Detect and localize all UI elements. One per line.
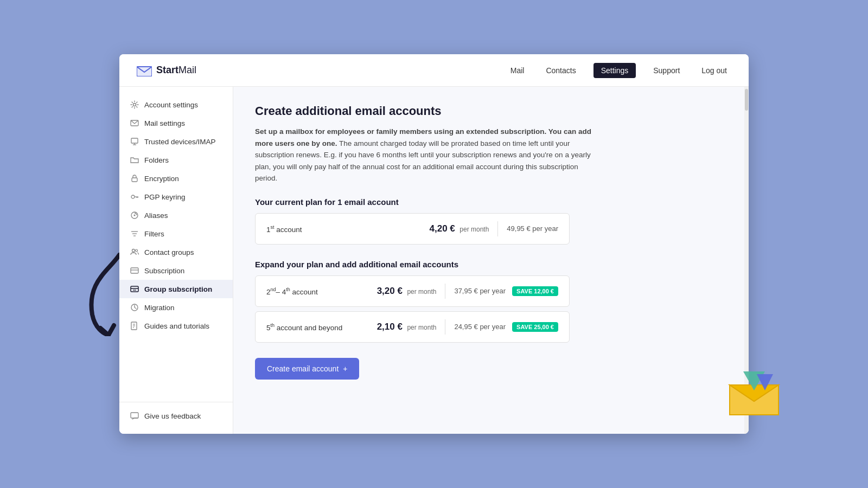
nav-logout[interactable]: Log out bbox=[697, 64, 731, 77]
tier-1-price: 3,20 € per month bbox=[377, 286, 437, 297]
tier-2-divider bbox=[445, 319, 445, 335]
feedback-icon bbox=[130, 412, 139, 420]
sidebar-item-encryption[interactable]: Encryption bbox=[119, 169, 233, 188]
sidebar-item-filters[interactable]: Filters bbox=[119, 224, 233, 243]
sidebar-item-pgp[interactable]: PGP keyring bbox=[119, 188, 233, 206]
sidebar-item-folders[interactable]: Folders bbox=[119, 151, 233, 169]
svg-rect-7 bbox=[132, 178, 137, 182]
svg-point-8 bbox=[131, 195, 135, 198]
gear-icon bbox=[130, 100, 139, 109]
tier-1-card: 2nd– 4th account 3,20 € per month 37,95 … bbox=[255, 275, 570, 307]
tier-2-year: 24,95 € per year bbox=[454, 323, 506, 331]
page-description: Set up a mailbox for employees or family… bbox=[255, 126, 591, 184]
tier-1-year: 37,95 € per year bbox=[454, 287, 506, 295]
sidebar-item-account-settings[interactable]: Account settings bbox=[119, 95, 233, 114]
sidebar-item-subscription[interactable]: Subscription bbox=[119, 261, 233, 280]
logo-icon bbox=[137, 65, 152, 76]
tier-1-label: 2nd– 4th account bbox=[266, 287, 377, 296]
nav-support[interactable]: Support bbox=[649, 64, 684, 77]
nav-links: Mail Contacts Settings Support Log out bbox=[506, 63, 731, 78]
sidebar-bottom: Give us feedback bbox=[119, 402, 233, 425]
svg-rect-4 bbox=[131, 138, 138, 143]
subscription-icon bbox=[130, 266, 139, 275]
sidebar-item-group-subscription[interactable]: Group subscription bbox=[119, 280, 233, 298]
current-plan-title: Your current plan for 1 email account bbox=[255, 197, 723, 207]
sidebar: Account settings Mail settings Trusted d… bbox=[119, 87, 233, 434]
current-plan-year: 49,95 € per year bbox=[507, 224, 558, 233]
logo-text: StartMail bbox=[156, 65, 196, 76]
sidebar-item-mail-settings[interactable]: Mail settings bbox=[119, 114, 233, 132]
sidebar-item-guides[interactable]: Guides and tutorials bbox=[119, 317, 233, 335]
svg-rect-19 bbox=[131, 268, 138, 273]
tier-1-divider bbox=[445, 284, 445, 299]
sidebar-item-feedback[interactable]: Give us feedback bbox=[119, 407, 233, 425]
current-plan-card: 1st account 4,20 € per month 49,95 € per… bbox=[255, 213, 570, 245]
logo: StartMail bbox=[137, 65, 506, 76]
contact-groups-icon bbox=[130, 248, 139, 256]
current-plan-label: 1st account bbox=[266, 224, 430, 234]
svg-point-13 bbox=[134, 215, 136, 216]
main-content: Create additional email accounts Set up … bbox=[233, 87, 744, 434]
main-layout: Account settings Mail settings Trusted d… bbox=[119, 87, 749, 434]
book-icon bbox=[130, 322, 139, 330]
sidebar-item-migration[interactable]: Migration bbox=[119, 298, 233, 317]
group-sub-icon bbox=[130, 285, 139, 293]
svg-point-17 bbox=[132, 249, 135, 252]
nav-contacts[interactable]: Contacts bbox=[541, 64, 580, 77]
sidebar-item-aliases[interactable]: Aliases bbox=[119, 206, 233, 224]
lock-icon bbox=[130, 174, 139, 183]
svg-point-18 bbox=[136, 249, 138, 252]
expand-plan-section: Expand your plan and add additional emai… bbox=[255, 260, 723, 343]
folder-icon bbox=[130, 156, 139, 164]
svg-rect-29 bbox=[131, 413, 138, 418]
svg-point-2 bbox=[133, 104, 136, 106]
migration-icon bbox=[130, 303, 139, 312]
expand-plan-title: Expand your plan and add additional emai… bbox=[255, 260, 723, 269]
current-plan-section: Your current plan for 1 email account 1s… bbox=[255, 197, 723, 245]
scrollbar-thumb bbox=[745, 89, 748, 111]
device-icon bbox=[130, 137, 139, 146]
tier-2-card: 5th account and beyond 2,10 € per month … bbox=[255, 311, 570, 343]
filter-icon bbox=[130, 229, 139, 238]
tier-1-save-badge: SAVE 12,00 € bbox=[512, 286, 558, 296]
mail-settings-icon bbox=[130, 119, 139, 127]
svg-rect-21 bbox=[131, 286, 138, 292]
nav-settings[interactable]: Settings bbox=[593, 63, 636, 78]
plan-divider bbox=[497, 221, 498, 236]
key-icon bbox=[130, 192, 139, 201]
tier-2-save-badge: SAVE 25,00 € bbox=[512, 322, 558, 332]
tier-2-price: 2,10 € per month bbox=[377, 322, 437, 332]
create-email-account-button[interactable]: Create email account + bbox=[255, 358, 359, 380]
sidebar-item-contact-groups[interactable]: Contact groups bbox=[119, 243, 233, 261]
tier-2-label: 5th account and beyond bbox=[266, 323, 377, 332]
nav-mail[interactable]: Mail bbox=[506, 64, 529, 77]
envelope-decoration bbox=[727, 369, 781, 418]
current-plan-price: 4,20 € per month bbox=[430, 223, 489, 234]
plus-icon: + bbox=[343, 364, 347, 373]
alias-icon bbox=[130, 211, 139, 220]
sidebar-item-trusted-devices[interactable]: Trusted devices/IMAP bbox=[119, 132, 233, 151]
top-nav: StartMail Mail Contacts Settings Support… bbox=[119, 54, 749, 87]
browser-window: StartMail Mail Contacts Settings Support… bbox=[119, 54, 749, 434]
page-title: Create additional email accounts bbox=[255, 104, 723, 118]
